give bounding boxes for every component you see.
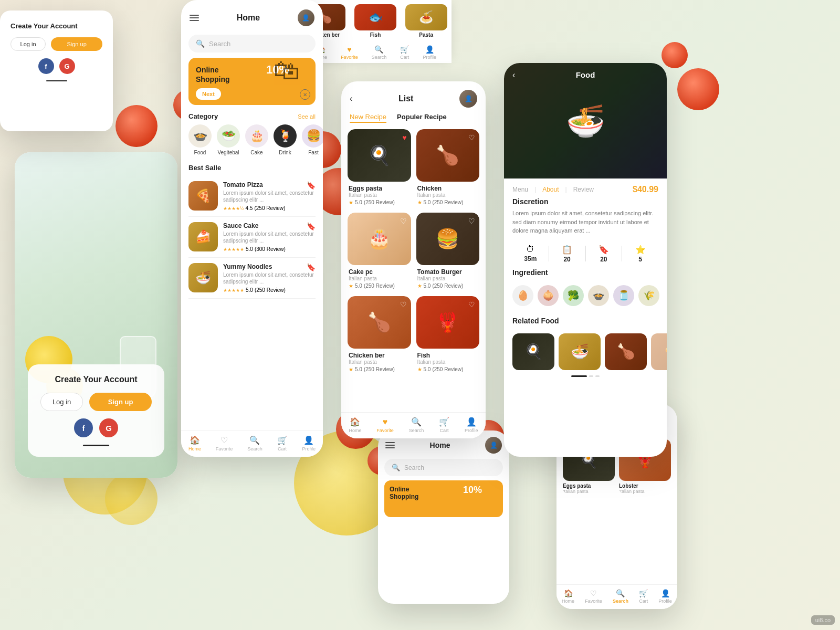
grid-review-burger: (250 Review) bbox=[432, 283, 463, 289]
google-button-small[interactable]: G bbox=[59, 58, 75, 74]
servings-icon: 📋 bbox=[562, 245, 572, 255]
list-sm-nav-profile[interactable]: 👤 Profile bbox=[658, 589, 672, 604]
bookmark-icon[interactable]: 🔖 bbox=[307, 181, 316, 190]
search-bar[interactable]: 🔍 Search bbox=[188, 35, 316, 52]
facebook-button-small[interactable]: f bbox=[38, 58, 54, 74]
back-button-list[interactable]: ‹ bbox=[350, 94, 352, 103]
top-nav-search[interactable]: 🔍 Search bbox=[372, 45, 387, 60]
related-item-1[interactable]: 🍳 bbox=[512, 333, 554, 370]
heart-burger[interactable]: ♡ bbox=[468, 217, 475, 225]
signup-button-large[interactable]: Sign up bbox=[89, 393, 152, 411]
grid-rating-cake: 5.0 bbox=[355, 283, 362, 289]
category-fast[interactable]: 🍔 Fast bbox=[302, 124, 323, 155]
list-nav-home[interactable]: 🏠 Home bbox=[349, 417, 361, 433]
create-account-title-small: Create Your Account bbox=[10, 22, 102, 30]
nav-profile[interactable]: 👤 Profile bbox=[302, 435, 316, 452]
avatar-sm-home[interactable]: 👤 bbox=[485, 437, 502, 454]
food-item-sauce-cake[interactable]: 🍰 Sauce Cake Lorem ipsum dolor sit amet,… bbox=[188, 217, 316, 258]
nav-search[interactable]: 🔍 Search bbox=[247, 435, 262, 452]
grid-item-burger[interactable]: 🍔 ♡ Tomato Burger Italian pasta ★5.0(250… bbox=[416, 213, 480, 291]
bookmark-stat-icon: 🔖 bbox=[598, 245, 609, 255]
grid-item-eggs-pasta[interactable]: 🍳 ♥ Eggs pasta Italian pasta ★5.0(250 Re… bbox=[348, 129, 411, 207]
nav-cart[interactable]: 🛒 Cart bbox=[277, 435, 288, 452]
list-nav-profile[interactable]: 👤 Profile bbox=[465, 417, 478, 433]
banner-next-button[interactable]: Next bbox=[196, 88, 221, 100]
category-food[interactable]: 🍲 Food bbox=[188, 124, 212, 155]
list-sm-nav-home[interactable]: 🏠 Home bbox=[562, 589, 574, 604]
grid-rating-fish: 5.0 bbox=[424, 366, 431, 372]
grid-item-chicken-ber[interactable]: 🍗 ♡ Chicken ber Italian pasta ★5.0(250 R… bbox=[348, 296, 411, 374]
favorite-icon: ♡ bbox=[220, 435, 228, 445]
category-cake[interactable]: 🎂 Cake bbox=[245, 124, 268, 155]
promo-banner: OnlineShopping 10% Next ✕ 🛍 bbox=[188, 58, 316, 105]
profile-icon: 👤 bbox=[303, 435, 314, 445]
category-title: Category bbox=[188, 112, 218, 120]
signup-button-small[interactable]: Sign up bbox=[51, 37, 102, 51]
grid-item-fish[interactable]: 🦞 ♡ Fish Italian pasta ★5.0(250 Review) bbox=[416, 296, 480, 374]
list-sm-nav-profile-label: Profile bbox=[658, 598, 672, 604]
food-rating-value-3: 5.0 bbox=[246, 287, 253, 293]
list-nav-favorite[interactable]: ♥ Favorite bbox=[376, 417, 394, 433]
food-item-tomato-pizza[interactable]: 🍕 Tomato Pizza Lorem ipsum dolor sit ame… bbox=[188, 176, 316, 217]
facebook-button-large[interactable]: f bbox=[74, 418, 93, 437]
list-sm-nav-cart[interactable]: 🛒 Cart bbox=[639, 589, 648, 604]
tab-menu[interactable]: Menu bbox=[512, 186, 528, 193]
related-item-4[interactable]: 🍕 bbox=[651, 333, 667, 370]
food-rating-value: 4.5 bbox=[246, 205, 253, 211]
list-sm-profile-icon: 👤 bbox=[661, 589, 670, 597]
heart-cake[interactable]: ♡ bbox=[400, 217, 407, 225]
related-item-2[interactable]: 🍜 bbox=[559, 333, 601, 370]
food-rating-value-2: 5.0 bbox=[246, 246, 253, 252]
top-nav-favorite[interactable]: ♥ Favorite bbox=[341, 45, 358, 60]
login-button-small[interactable]: Log in bbox=[10, 37, 46, 51]
category-drink-label: Drink bbox=[279, 150, 291, 155]
list-avatar[interactable]: 👤 bbox=[459, 90, 477, 108]
heart-chicken[interactable]: ♡ bbox=[468, 133, 475, 142]
food-review-count-2: (300 Review) bbox=[255, 246, 286, 252]
category-drink[interactable]: 🍹 Drink bbox=[274, 124, 297, 155]
google-button-large[interactable]: G bbox=[99, 418, 118, 437]
top-profile-label: Profile bbox=[423, 55, 436, 60]
list-nav-search[interactable]: 🔍 Search bbox=[409, 417, 424, 433]
nav-profile-label: Profile bbox=[302, 446, 316, 452]
bookmark-icon-active[interactable]: 🔖 bbox=[307, 222, 316, 230]
food-image-sauce-cake: 🍰 bbox=[188, 222, 218, 251]
tab-about[interactable]: About bbox=[542, 186, 559, 193]
stat-servings: 📋 20 bbox=[549, 245, 585, 263]
food-stats-row: ⏱ 35m 📋 20 🔖 20 ⭐ 5 bbox=[504, 240, 667, 268]
category-cake-label: Cake bbox=[250, 150, 262, 155]
bookmark-icon-3[interactable]: 🔖 bbox=[307, 263, 316, 271]
tab-new-recipe[interactable]: New Recipe bbox=[350, 113, 386, 123]
menu-icon-sm[interactable] bbox=[385, 442, 395, 448]
top-nav-cart[interactable]: 🛒 Cart bbox=[400, 45, 409, 60]
grid-item-chicken[interactable]: 🍗 ♡ Chicken Italian pasta ★5.0(250 Revie… bbox=[416, 129, 480, 207]
top-nav-profile[interactable]: 👤 Profile bbox=[423, 45, 436, 60]
related-item-3[interactable]: 🍗 bbox=[605, 333, 647, 370]
grid-item-cake[interactable]: 🎂 ♡ Cake pc Italian pasta ★5.0(250 Revie… bbox=[348, 213, 411, 291]
list-sm-nav-search[interactable]: 🔍 Search bbox=[613, 589, 628, 604]
list-nav-cart[interactable]: 🛒 Cart bbox=[439, 417, 449, 433]
tab-popular-recipe[interactable]: Populer Recipe bbox=[397, 113, 447, 123]
food-item-yummy-noodles[interactable]: 🍜 Yummy Noodles Lorem ipsum dolor sit am… bbox=[188, 258, 316, 299]
heart-fish[interactable]: ♡ bbox=[468, 300, 475, 309]
heart-eggs-pasta[interactable]: ♥ bbox=[402, 133, 406, 142]
grid-review-cake: (250 Review) bbox=[364, 283, 395, 289]
list-sm-nav-fav[interactable]: ♡ Favorite bbox=[585, 589, 602, 604]
tab-review[interactable]: Review bbox=[573, 186, 594, 193]
home-sm-title: Home bbox=[430, 441, 450, 449]
nav-favorite[interactable]: ♡ Favorite bbox=[216, 435, 233, 452]
category-vegitable[interactable]: 🥗 Vegitebal bbox=[217, 124, 240, 155]
nav-home[interactable]: 🏠 Home bbox=[188, 435, 201, 452]
login-button-large[interactable]: Log in bbox=[40, 393, 83, 411]
indicator-active bbox=[571, 375, 587, 377]
heart-chicken-ber[interactable]: ♡ bbox=[400, 300, 407, 309]
search-bar-sm[interactable]: 🔍 Search bbox=[384, 459, 503, 476]
see-all-button[interactable]: See all bbox=[298, 113, 316, 120]
list-home-icon: 🏠 bbox=[350, 417, 360, 427]
user-avatar[interactable]: 👤 bbox=[298, 9, 314, 26]
food-detail-back-button[interactable]: ‹ bbox=[512, 70, 515, 80]
banner-close-button[interactable]: ✕ bbox=[300, 89, 310, 100]
create-account-card-small: Create Your Account Log in Sign up f G bbox=[0, 10, 113, 131]
menu-icon[interactable] bbox=[190, 15, 199, 21]
home-screen-card-small: Home 👤 🔍 Search OnlineShopping 10% bbox=[378, 430, 509, 604]
